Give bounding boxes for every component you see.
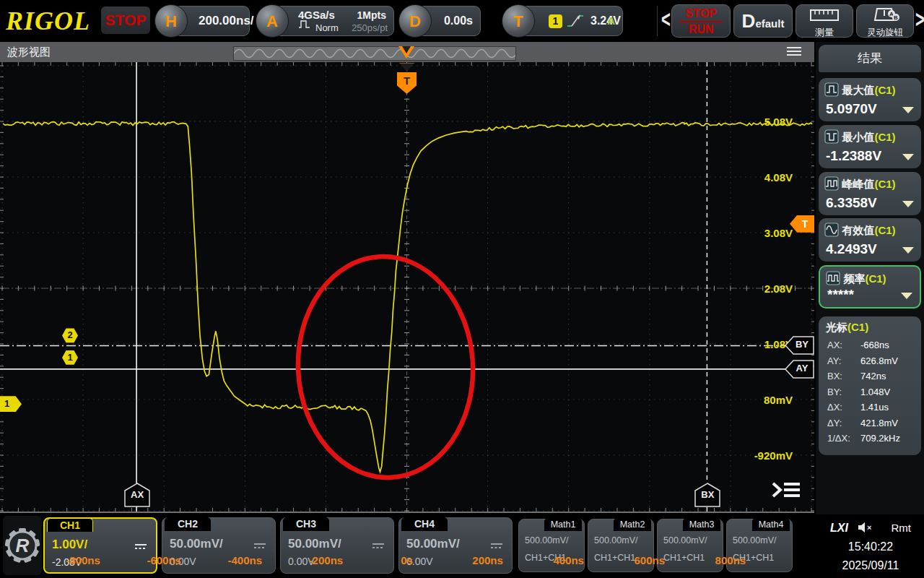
time-axis-label: 0s <box>378 554 436 566</box>
channel-tab: CH1 <box>47 518 93 532</box>
time-axis-label: -800ns <box>54 554 112 566</box>
measurement-card[interactable]: 频率(C1) ***** <box>819 265 921 309</box>
measurement-name: 有效值 <box>842 224 874 236</box>
measurement-card[interactable]: 峰峰值(C1) 6.3358V <box>819 172 921 215</box>
measurement-name: 频率 <box>843 272 865 285</box>
measurement-name: 峰峰值 <box>842 178 874 190</box>
math-tab: Math2 <box>614 519 651 531</box>
cursor-row: AY:626.8mV <box>827 355 917 371</box>
rms-icon <box>824 223 839 237</box>
toolbar-scroll-right[interactable]: > <box>915 6 924 34</box>
voltage-axis-label: 80mV <box>735 394 793 406</box>
stop-run-button[interactable]: STOP RUN <box>671 4 731 38</box>
memory-depth: 1Mpts <box>357 9 386 21</box>
default-button[interactable]: Default <box>733 4 793 38</box>
voltage-axis-label: 3.08V <box>735 227 793 239</box>
time-axis-label: 400ns <box>540 554 598 566</box>
dc-coupling-icon <box>490 540 503 553</box>
cursor-by-tag[interactable]: BY <box>785 336 814 355</box>
plot-menu-icon[interactable] <box>770 478 803 504</box>
cursor-readout-card[interactable]: 光标(C1) AX:-668nsAY:626.8mVBX:742nsBY:1.0… <box>819 316 921 455</box>
hamburger-menu-icon[interactable] <box>787 47 801 57</box>
rising-edge-icon <box>566 12 585 33</box>
timebase-preview-strip[interactable] <box>233 46 516 61</box>
cursor-row-label: ΔX: <box>827 402 860 413</box>
measurement-card[interactable]: 有效值(C1) 4.2493V <box>819 218 921 262</box>
delay-value: 0.00s <box>443 7 474 35</box>
measurement-card[interactable]: 最小值(C1) -1.2388V <box>819 125 921 168</box>
cursor-row: BX:742ns <box>827 371 917 387</box>
measurement-source: (C1) <box>874 178 895 190</box>
measurement-value: 4.2493V <box>826 241 877 257</box>
rigol-gear-logo[interactable]: R <box>3 516 42 575</box>
horizontal-scroll-rail[interactable] <box>0 512 814 513</box>
channel-tab: CH3 <box>283 517 329 531</box>
cursor-row-value: -668ns <box>860 340 889 350</box>
toolbar-divider <box>657 6 658 36</box>
cursor-card-title: 光标(C1) <box>826 321 868 335</box>
toolbar-scroll-left[interactable]: < <box>661 6 671 34</box>
chevron-down-icon[interactable] <box>901 293 912 299</box>
top-bar: RIGOL STOP H 200.00ns/ A 4GSa/s 1Mpts No… <box>0 0 924 42</box>
horizontal-knob-button[interactable]: H <box>154 4 188 38</box>
rigol-logo: RIGOL <box>6 6 90 36</box>
chevron-down-icon[interactable] <box>902 107 914 113</box>
cursor-row-value: 1.048V <box>860 387 890 397</box>
time-axis-label: -400ns <box>216 554 274 566</box>
time-axis-label: 200ns <box>459 554 517 566</box>
horizontal-scale-value: 200.00ns/ <box>199 7 243 35</box>
channel-scale: 50.00mV/ <box>288 537 341 551</box>
cursor-row: ΔX:1.41us <box>827 402 917 418</box>
channel-scale: 50.00mV/ <box>170 537 223 551</box>
cursor-row-value: 1.41us <box>860 402 889 413</box>
math-scale: 500.00mV/ <box>525 535 568 545</box>
measurement-name: 最大值 <box>842 84 874 96</box>
math-scale: 500.00mV/ <box>594 535 637 545</box>
voltage-axis-label: -920mV <box>735 449 793 462</box>
measurement-source: (C1) <box>865 272 886 285</box>
time-axis-label: 600ns <box>621 554 679 566</box>
cursor-row-label: BY: <box>827 387 860 397</box>
measurement-value: 6.3358V <box>826 195 877 211</box>
trigger-knob-button[interactable]: T <box>502 4 535 38</box>
cursor-row-value: 626.8mV <box>860 355 898 366</box>
trigger-coupling: A <box>607 7 615 35</box>
ruler-icon <box>809 12 840 25</box>
quick-knob-button[interactable]: AB 灵动旋钮 <box>856 4 914 38</box>
acquire-button[interactable]: 4GSa/s 1Mpts Norm 250ps/pt <box>274 6 394 36</box>
dc-coupling-icon <box>134 540 147 553</box>
dc-coupling-icon <box>253 540 266 553</box>
cursor-ay-tag[interactable]: AY <box>785 360 814 379</box>
results-panel-title: 结果 <box>819 45 921 72</box>
cursor-row: 1/ΔX:709.2kHz <box>827 433 917 449</box>
cursor-row: BY:1.048V <box>827 387 917 402</box>
channel-tab: CH4 <box>401 517 448 531</box>
time-axis-label: -200ns <box>297 554 354 566</box>
trigger-settings-button[interactable]: 1 3.24V A <box>520 6 623 36</box>
measurement-card[interactable]: 最大值(C1) 5.0970V <box>819 78 921 121</box>
chevron-down-icon[interactable] <box>902 201 914 207</box>
math-scale: 500.00mV/ <box>733 535 776 545</box>
date: 2025/09/11 <box>820 559 921 572</box>
cursor-row-label: AY: <box>827 355 860 366</box>
run-state-badge: STOP <box>101 7 150 34</box>
cursor-row-value: 709.2kHz <box>860 433 900 444</box>
freq-icon <box>826 271 840 285</box>
cursor-ax-tag[interactable]: AX <box>124 483 150 507</box>
delay-knob-button[interactable]: D <box>398 4 432 38</box>
dc-coupling-icon <box>372 540 385 553</box>
svg-text:B: B <box>894 14 898 21</box>
measurement-value: ***** <box>827 287 854 303</box>
cursor-bx-tag[interactable]: BX <box>694 483 720 507</box>
voltage-axis-label: 2.08V <box>735 282 793 295</box>
cursor-row-value: 421.8mV <box>860 418 898 428</box>
stop-label: STOP <box>679 7 723 22</box>
chevron-down-icon[interactable] <box>902 154 914 160</box>
acquire-knob-button[interactable]: A <box>256 4 289 38</box>
chevron-down-icon[interactable] <box>902 247 914 254</box>
measure-button[interactable]: 测量 <box>796 4 853 38</box>
run-label: RUN <box>672 22 730 37</box>
measurement-value: 5.0970V <box>826 101 877 117</box>
cursor-row-label: BX: <box>827 371 860 381</box>
trigger-source-badge: 1 <box>549 14 562 28</box>
